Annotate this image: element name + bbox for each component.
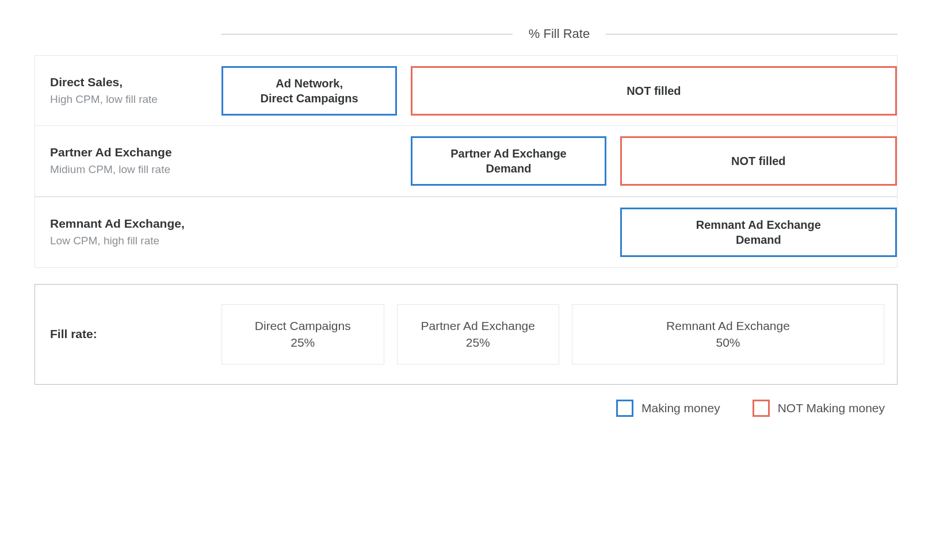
- header: % Fill Rate: [221, 26, 897, 41]
- legend-swatch-red: [753, 400, 770, 417]
- tier-subtitle: Low CPM, high fill rate: [50, 233, 212, 249]
- summary-cell-name: Remnant Ad Exchange: [578, 317, 878, 334]
- legend-item-not-making-money: NOT Making money: [753, 400, 885, 417]
- legend-swatch-blue: [616, 400, 633, 417]
- tier-row-remnant-exchange: Remnant Ad Exchange, Low CPM, high fill …: [35, 197, 897, 268]
- diagram-root: % Fill Rate Direct Sales, High CPM, low …: [0, 0, 932, 440]
- tier-subtitle: High CPM, low fill rate: [50, 91, 212, 108]
- unfilled-box: NOT filled: [620, 136, 897, 186]
- summary-cell-name: Partner Ad Exchange: [403, 317, 553, 334]
- summary-cell-remnant: Remnant Ad Exchange 50%: [572, 304, 884, 365]
- tier-label: Direct Sales, High CPM, low fill rate: [35, 56, 221, 126]
- tier-label: Partner Ad Exchange Midium CPM, low fill…: [35, 126, 221, 196]
- tier-subtitle: Midium CPM, low fill rate: [50, 162, 212, 178]
- unfilled-box: NOT filled: [411, 66, 897, 116]
- tier-title: Remnant Ad Exchange,: [50, 216, 212, 232]
- summary-label: Fill rate:: [48, 327, 221, 341]
- summary-cell-partner: Partner Ad Exchange 25%: [397, 304, 560, 365]
- legend: Making money NOT Making money: [35, 400, 897, 417]
- summary-cell-direct: Direct Campaigns 25%: [221, 304, 384, 365]
- legend-label: NOT Making money: [778, 401, 885, 415]
- filled-box: Ad Network,Direct Campaigns: [221, 66, 397, 116]
- legend-item-making-money: Making money: [616, 400, 720, 417]
- header-rule-right: [606, 34, 897, 34]
- filled-box: Remnant Ad ExchangeDemand: [620, 208, 897, 257]
- legend-label: Making money: [641, 401, 720, 415]
- summary-cell-rate: 25%: [403, 334, 553, 351]
- tier-title: Direct Sales,: [50, 74, 212, 90]
- tier-title: Partner Ad Exchange: [50, 144, 212, 160]
- filled-box: Partner Ad ExchangeDemand: [411, 136, 606, 186]
- summary-cell-name: Direct Campaigns: [228, 317, 378, 334]
- tier-row-partner-exchange: Partner Ad Exchange Midium CPM, low fill…: [35, 125, 897, 197]
- summary-cell-rate: 25%: [228, 334, 378, 351]
- summary-cells: Direct Campaigns 25% Partner Ad Exchange…: [221, 304, 884, 365]
- header-label: % Fill Rate: [513, 26, 606, 41]
- header-rule-left: [221, 34, 513, 34]
- tier-bar: Remnant Ad ExchangeDemand: [221, 197, 897, 267]
- tier-label: Remnant Ad Exchange, Low CPM, high fill …: [35, 197, 221, 267]
- tier-bar: Partner Ad ExchangeDemand NOT filled: [221, 126, 897, 196]
- tier-row-direct-sales: Direct Sales, High CPM, low fill rate Ad…: [35, 55, 897, 126]
- tier-bar: Ad Network,Direct Campaigns NOT filled: [221, 56, 897, 126]
- summary-cell-rate: 50%: [578, 334, 878, 351]
- fill-rate-summary: Fill rate: Direct Campaigns 25% Partner …: [35, 284, 897, 385]
